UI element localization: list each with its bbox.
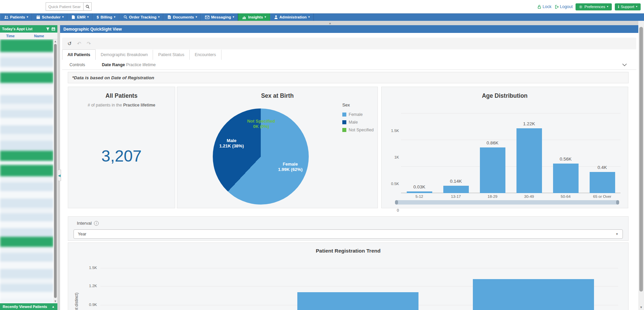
- nav-item-administration[interactable]: Administration▾: [270, 13, 314, 21]
- appt-row-blurred[interactable]: [0, 165, 53, 176]
- appt-row-blurred[interactable]: [0, 299, 53, 303]
- nav-item-billing[interactable]: $ Billing▾: [93, 13, 119, 21]
- appt-row-blurred[interactable]: [0, 125, 53, 134]
- nav-item-scheduler[interactable]: Scheduler▾: [32, 13, 68, 21]
- tab-all-patients[interactable]: All Patients: [62, 49, 96, 60]
- search-button[interactable]: [83, 2, 92, 11]
- appt-row-blurred[interactable]: [0, 208, 53, 213]
- col-time: Time: [0, 34, 21, 38]
- scrollbar-left-cap[interactable]: [395, 200, 398, 205]
- appt-row-blurred[interactable]: [0, 57, 53, 67]
- panel-collapse-up-icon[interactable]: ▲: [329, 21, 332, 25]
- appt-row-blurred[interactable]: [0, 213, 53, 221]
- interval-select[interactable]: Year ▼: [73, 229, 623, 239]
- legend-item[interactable]: Female: [342, 112, 374, 117]
- chevron-down-icon: ▾: [233, 16, 234, 18]
- appt-row-blurred[interactable]: [0, 52, 53, 57]
- undo-icon[interactable]: ↶: [77, 41, 82, 47]
- appt-row-blurred[interactable]: [0, 247, 53, 253]
- appt-row-blurred[interactable]: [0, 253, 53, 262]
- tab-encounters[interactable]: Encounters: [190, 50, 221, 60]
- document-icon: [167, 15, 171, 19]
- appt-row-blurred[interactable]: [0, 292, 53, 299]
- age-bar[interactable]: [516, 128, 542, 193]
- nav-item-patients[interactable]: Patients▾: [0, 13, 32, 21]
- sidebar-collapse-handle[interactable]: ◀: [57, 170, 61, 181]
- appt-row-blurred[interactable]: [0, 141, 53, 151]
- nav-item-insights[interactable]: Insights▾: [238, 13, 270, 21]
- appt-row-blurred[interactable]: [0, 95, 53, 104]
- legend-item[interactable]: Not Specified: [342, 128, 374, 132]
- calendar-icon[interactable]: [51, 27, 55, 31]
- appt-row-blurred[interactable]: [0, 182, 53, 191]
- legend-item[interactable]: Male: [342, 120, 374, 125]
- trend-bar[interactable]: [473, 279, 594, 310]
- appt-row-blurred[interactable]: [0, 67, 53, 72]
- filter-icon[interactable]: [46, 27, 50, 31]
- nav-item-documents[interactable]: Documents▾: [163, 13, 201, 21]
- date-range-control[interactable]: Date Range Practice lifetime: [102, 62, 156, 67]
- quick-patient-search-group: [46, 2, 92, 11]
- chevron-down-icon: ▾: [308, 16, 310, 18]
- age-bar[interactable]: [590, 172, 615, 193]
- appt-list-title: Today's Appt List: [2, 27, 44, 31]
- age-bar[interactable]: [480, 147, 505, 193]
- lock-button[interactable]: Lock: [537, 4, 551, 9]
- age-bar-value-label: 0.86K: [474, 140, 511, 145]
- appt-row-blurred[interactable]: [0, 39, 53, 52]
- age-bar[interactable]: [553, 164, 579, 193]
- preferences-button[interactable]: Preferences ▾: [576, 3, 611, 10]
- nav-item-emr[interactable]: EMR▾: [67, 13, 93, 21]
- controls-collapse-chevron-icon[interactable]: [622, 63, 627, 66]
- appt-row-blurred[interactable]: [0, 83, 53, 88]
- nav-item-messaging[interactable]: Messaging▾: [201, 13, 238, 21]
- trend-bar[interactable]: [297, 292, 418, 310]
- kpi-value[interactable]: 3,207: [68, 147, 175, 165]
- support-button[interactable]: i Support ▾: [615, 3, 641, 10]
- appt-row-blurred[interactable]: [0, 228, 53, 237]
- appt-row-blurred[interactable]: [0, 221, 53, 228]
- tab-demographic-breakdown[interactable]: Demographic Breakdown: [96, 50, 153, 60]
- appt-row-blurred[interactable]: [0, 269, 53, 278]
- age-bar[interactable]: [443, 186, 469, 193]
- appt-column-headers: Time Name: [0, 33, 57, 39]
- recently-viewed-patients-bar[interactable]: Recently Viewed Patients ▲: [0, 303, 57, 310]
- main-scrollbar[interactable]: ▼: [638, 21, 644, 310]
- redo-icon[interactable]: ↷: [87, 41, 91, 47]
- appt-row-blurred[interactable]: [0, 176, 53, 182]
- logout-button[interactable]: Logout: [554, 4, 573, 9]
- appt-row-blurred[interactable]: [0, 151, 53, 161]
- appt-row-blurred[interactable]: [0, 198, 53, 208]
- legend-swatch: [342, 113, 346, 117]
- appt-row-blurred[interactable]: [0, 72, 53, 83]
- search-input[interactable]: [46, 2, 83, 11]
- legend-label: Not Specified: [349, 128, 374, 132]
- appt-row-blurred[interactable]: [0, 284, 53, 292]
- appt-rows-blurred[interactable]: [0, 39, 53, 303]
- scroll-up-icon[interactable]: ▲: [53, 39, 57, 43]
- tab-patient-status[interactable]: Patient Status: [153, 50, 190, 60]
- info-icon[interactable]: i: [94, 221, 99, 226]
- appt-row-blurred[interactable]: [0, 262, 53, 269]
- appt-row-blurred[interactable]: [0, 278, 53, 284]
- sidebar-scroll-thumb[interactable]: [54, 44, 57, 298]
- nav-item-order-tracking[interactable]: Order Tracking▾: [119, 13, 164, 21]
- age-bar[interactable]: [407, 191, 432, 193]
- appt-row-blurred[interactable]: [0, 161, 53, 165]
- appt-row-blurred[interactable]: [0, 134, 53, 141]
- scroll-down-icon[interactable]: ▼: [638, 305, 644, 310]
- sidebar-scrollbar[interactable]: ▲ ▼: [53, 39, 57, 303]
- appt-row-blurred[interactable]: [0, 110, 53, 118]
- scrollbar-right-cap[interactable]: [616, 200, 619, 205]
- appt-row-blurred[interactable]: [0, 118, 53, 125]
- appt-row-blurred[interactable]: [0, 237, 53, 247]
- main-scroll-thumb[interactable]: [639, 27, 643, 292]
- support-label: Support: [621, 5, 634, 9]
- appt-row-blurred[interactable]: [0, 88, 53, 95]
- appt-row-blurred[interactable]: [0, 104, 53, 110]
- reset-icon[interactable]: ↺: [67, 41, 72, 47]
- scroll-down-icon[interactable]: ▼: [53, 299, 57, 303]
- quicksight-toolbar: ↺ ↶ ↷: [62, 38, 636, 49]
- age-chart-horizontal-scrollbar[interactable]: [395, 200, 619, 205]
- appt-row-blurred[interactable]: [0, 191, 53, 198]
